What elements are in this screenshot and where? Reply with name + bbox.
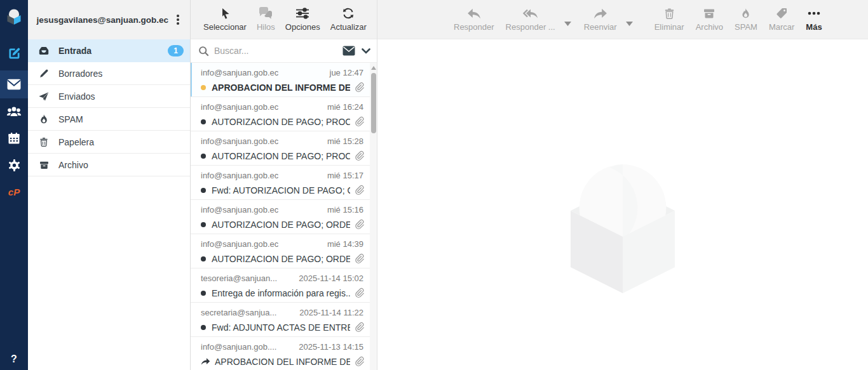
search-bar <box>191 39 377 63</box>
toolbar-label: Hilos <box>257 22 275 32</box>
status-dot-icon <box>201 291 206 296</box>
status-dot-icon <box>201 154 206 159</box>
roundcube-watermark <box>549 149 696 293</box>
sidebar-item-sent[interactable]: Enviados <box>28 85 190 108</box>
message-row[interactable]: info@sanjuan.gob.ecmié 15:28 AUTORIZACIO… <box>191 131 370 166</box>
compose-button[interactable] <box>0 40 28 67</box>
roundcube-logo-icon <box>4 6 24 25</box>
forwarded-icon <box>201 357 210 366</box>
roundcube-logo[interactable] <box>0 3 28 29</box>
mark-button[interactable]: Marcar <box>769 7 794 32</box>
forward-icon <box>593 8 607 20</box>
message-sender: tesoreria@sanjuan... <box>201 274 277 283</box>
compose-icon <box>7 46 22 61</box>
message-date: mié 15:17 <box>327 171 363 180</box>
refresh-icon <box>342 7 355 20</box>
sidebar-item-trash[interactable]: Papelera <box>28 131 190 154</box>
sidebar-item-spam[interactable]: SPAM <box>28 108 190 131</box>
sidebar-item-drafts[interactable]: Borradores <box>28 62 190 85</box>
reply-icon <box>467 8 481 20</box>
search-input[interactable] <box>214 46 342 56</box>
refresh-button[interactable]: Actualizar <box>330 7 367 32</box>
account-menu-button[interactable] <box>171 12 185 27</box>
message-row[interactable]: info@sanjuan.gob.ecmié 14:39 AUTORIZACIO… <box>191 234 370 268</box>
message-row[interactable]: info@sanjuan.gob.ecjue 12:47 APROBACION … <box>191 63 370 97</box>
message-row[interactable]: info@sanjuan.gob.ecmié 15:17 Fwd: AUTORI… <box>191 166 370 200</box>
toolbar-label: Seleccionar <box>203 22 247 32</box>
forward-button[interactable]: Reenviar <box>584 8 617 32</box>
delete-button[interactable]: Eliminar <box>654 7 684 32</box>
message-sender: info@sanjuan.gob.ec <box>201 102 278 112</box>
message-row[interactable]: info@sanjuan.gob.ecmié 16:24 AUTORIZACIO… <box>191 97 370 131</box>
paper-plane-icon <box>38 91 50 102</box>
reply-button[interactable]: Responder <box>454 8 494 32</box>
rail-mail-button[interactable] <box>0 70 28 98</box>
message-sender: info@sanjuan.gob.ec <box>201 239 278 249</box>
message-sender: info@sanjuan.gob.... <box>201 342 276 352</box>
rail-cpanel-button[interactable]: cP <box>0 178 28 205</box>
cpanel-logo: cP <box>8 187 20 197</box>
sidebar-item-archive[interactable]: Archivo <box>28 154 190 176</box>
message-row[interactable]: info@sanjuan.gob....2025-11-13 14:15 APR… <box>191 337 370 370</box>
more-button[interactable]: Más <box>806 7 822 32</box>
threads-button[interactable]: Hilos <box>257 7 275 32</box>
rail-calendar-button[interactable] <box>0 125 28 152</box>
pencil-icon <box>38 68 50 79</box>
message-row[interactable]: secretaria@sanjua...2025-11-14 11:22 Fwd… <box>191 303 370 337</box>
dark-mode-toggle[interactable] <box>0 324 28 351</box>
message-subject: AUTORIZACION DE PAGO; PROCE... <box>212 117 350 127</box>
toolbar-label: Eliminar <box>654 22 684 32</box>
archive-icon <box>703 7 715 20</box>
attachment-icon <box>354 116 365 127</box>
forward-dropdown-button[interactable] <box>625 16 634 30</box>
folder-label: Archivo <box>58 160 184 170</box>
message-date: 2025-11-14 15:02 <box>299 274 363 283</box>
message-preview-area <box>377 39 868 370</box>
folder-label: Papelera <box>58 137 184 147</box>
message-date: jue 12:47 <box>330 68 364 77</box>
select-button[interactable]: Seleccionar <box>203 7 247 32</box>
status-dot-icon <box>201 222 206 227</box>
message-row[interactable]: tesoreria@sanjuan...2025-11-14 15:02 Ent… <box>191 268 370 303</box>
help-button[interactable]: ? <box>0 351 28 370</box>
archive-button[interactable]: Archivo <box>696 7 723 32</box>
message-list: info@sanjuan.gob.ecjue 12:47 APROBACION … <box>191 63 377 370</box>
message-sender: info@sanjuan.gob.ec <box>201 171 278 180</box>
status-dot-icon <box>201 188 206 193</box>
rail-contacts-button[interactable] <box>0 98 28 125</box>
spam-button[interactable]: SPAM <box>735 7 757 32</box>
sidebar-item-inbox[interactable]: Entrada 1 <box>28 39 190 62</box>
webmail-app: cP ? jesusgavilanes@sanjuan.gob.ec Entra… <box>0 0 868 370</box>
list-toolbar: Seleccionar Hilos Opciones Actualizar <box>191 0 377 39</box>
unread-dot-icon <box>201 85 206 90</box>
scroll-up-arrow[interactable] <box>371 66 376 70</box>
message-date: mié 15:28 <box>327 136 363 146</box>
account-header: jesusgavilanes@sanjuan.gob.ec <box>28 0 190 39</box>
reply-all-dropdown-button[interactable] <box>563 16 573 30</box>
toolbar-label: SPAM <box>735 22 757 32</box>
attachment-icon <box>354 253 365 264</box>
search-scope-button[interactable] <box>342 46 370 56</box>
attachment-icon <box>354 356 365 367</box>
mail-icon <box>7 79 21 90</box>
attachment-icon <box>354 82 365 93</box>
options-button[interactable]: Opciones <box>285 7 320 32</box>
attachment-icon <box>354 185 365 195</box>
list-scrollbar[interactable] <box>370 63 377 370</box>
message-sender: secretaria@sanjua... <box>201 308 276 317</box>
reply-all-button[interactable]: Responder ... <box>506 8 555 32</box>
attachment-icon <box>354 322 365 333</box>
trash-icon <box>38 136 50 148</box>
status-dot-icon <box>201 325 206 330</box>
archive-icon <box>38 159 50 171</box>
toolbar-label: Responder ... <box>506 22 555 32</box>
scrollbar-thumb[interactable] <box>371 73 376 133</box>
sliders-icon <box>295 7 309 20</box>
unread-badge: 1 <box>168 45 184 56</box>
toolbar-label: Archivo <box>696 22 723 32</box>
attachment-icon <box>354 287 365 298</box>
rail-settings-button[interactable] <box>0 152 28 178</box>
message-row[interactable]: info@sanjuan.gob.ecmié 15:16 AUTORIZACIO… <box>191 200 370 234</box>
status-dot-icon <box>201 256 206 261</box>
flame-icon <box>38 114 50 125</box>
